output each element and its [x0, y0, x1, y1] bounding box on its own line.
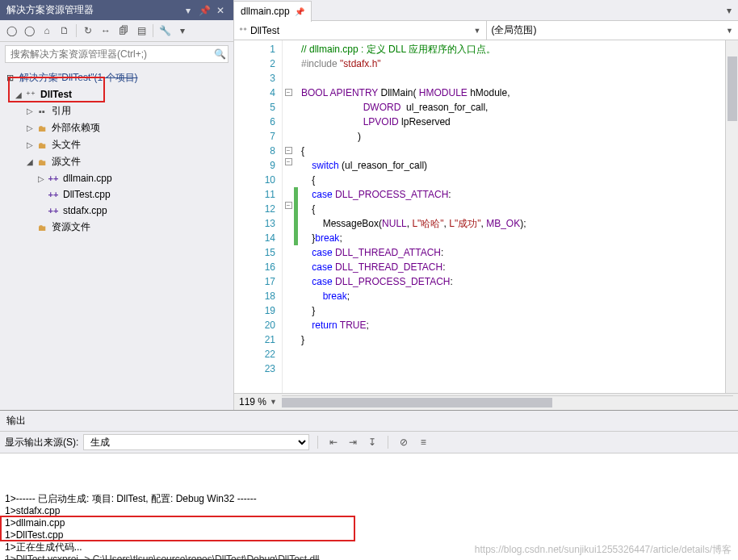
- chevron-down-icon: ▼: [726, 27, 733, 35]
- scrollbar-vertical[interactable]: [725, 40, 738, 393]
- solution-tree: ⊞ 解决方案"DllTest"(1 个项目) ◢ ⁺⁺ DllTest ▷ ▪▪…: [0, 66, 233, 410]
- more-icon[interactable]: ▾: [174, 23, 191, 39]
- source-file[interactable]: ▷ ++ DllTest.cpp: [2, 186, 232, 203]
- expander-icon[interactable]: ◢: [13, 90, 24, 99]
- pin-icon[interactable]: 📌: [198, 4, 211, 17]
- chevron-down-icon: ▼: [474, 27, 481, 35]
- output-source-label: 显示输出来源(S):: [5, 436, 78, 449]
- headers-node[interactable]: ▷ 🖿 头文件: [2, 136, 232, 153]
- pin-icon[interactable]: 📌: [295, 7, 304, 16]
- prev-icon[interactable]: ⇥: [346, 435, 360, 449]
- solution-explorer: 解决方案资源管理器 ▾ 📌 ✕ ◯ ◯ ⌂ 🗋 ↻ ↔ 🗐 ▤ 🔧 ▾ 🔍: [0, 0, 234, 410]
- editor-pane: dllmain.cpp 📌 ▾ ⁺⁺ DllTest ▼ (全局范围) ▼ 12…: [234, 0, 738, 410]
- show-all-icon[interactable]: 🗐: [115, 23, 132, 39]
- chevron-down-icon[interactable]: ▼: [270, 398, 277, 406]
- solution-node[interactable]: ⊞ 解决方案"DllTest"(1 个项目): [2, 69, 232, 86]
- search-icon[interactable]: 🔍: [212, 48, 228, 60]
- expander-icon[interactable]: ▷: [24, 107, 36, 115]
- collapse-icon[interactable]: ↔: [98, 23, 114, 39]
- resources-node[interactable]: ▷ 🖿 资源文件: [2, 219, 232, 236]
- cpp-icon: ++: [47, 188, 60, 201]
- nav-project-combo[interactable]: ⁺⁺ DllTest ▼: [234, 21, 487, 40]
- output-source-select[interactable]: 生成: [83, 434, 309, 450]
- search-box[interactable]: 🔍: [5, 45, 229, 63]
- solution-icon: ⊞: [3, 72, 16, 85]
- panel-title-bar: 解决方案资源管理器 ▾ 📌 ✕: [0, 0, 233, 20]
- references-icon: ▪▪: [36, 105, 48, 118]
- wrench-icon[interactable]: 🔧: [157, 23, 173, 39]
- refresh-icon[interactable]: ↻: [80, 23, 96, 39]
- project-node[interactable]: ◢ ⁺⁺ DllTest: [2, 86, 232, 102]
- source-file[interactable]: ▷ ++ dllmain.cpp: [2, 170, 232, 186]
- forward-icon[interactable]: ◯: [21, 23, 37, 39]
- cpp-icon: ++: [47, 172, 60, 185]
- code-editor[interactable]: 1234567891011121314151617181920212223 −−…: [234, 40, 738, 393]
- nav-scope-combo[interactable]: (全局范围) ▼: [487, 21, 739, 40]
- expander-icon[interactable]: ◢: [24, 157, 36, 166]
- cpp-icon: ++: [47, 204, 60, 217]
- back-icon[interactable]: ◯: [3, 23, 19, 39]
- output-panel: 输出 显示输出来源(S): 生成 ⇤ ⇥ ↧ ⊘ ≡ 1>------ 已启动生…: [0, 410, 738, 560]
- references-node[interactable]: ▷ ▪▪ 引用: [2, 102, 232, 119]
- folding-column: −−−−: [283, 40, 294, 393]
- properties-icon[interactable]: ▤: [133, 23, 149, 39]
- panel-menu-icon[interactable]: ▾: [182, 4, 195, 17]
- zoom-level[interactable]: 119 %: [239, 396, 266, 407]
- tab-bar: dllmain.cpp 📌 ▾: [234, 0, 738, 21]
- expander-icon[interactable]: ▷: [36, 174, 47, 183]
- watermark: https://blog.csdn.net/sunjikui1255326447…: [475, 543, 732, 557]
- next-icon[interactable]: ↧: [365, 435, 379, 449]
- goto-icon[interactable]: ⇤: [326, 435, 341, 449]
- expander-icon[interactable]: ▷: [24, 140, 36, 149]
- scrollbar-horizontal[interactable]: [282, 395, 733, 408]
- tab-overflow-icon[interactable]: ▾: [727, 5, 738, 16]
- folder-icon: 🖿: [36, 221, 48, 234]
- folder-icon: 🖿: [36, 139, 48, 152]
- code-text[interactable]: // dllmain.cpp : 定义 DLL 应用程序的入口点。#includ…: [298, 40, 738, 393]
- expander-icon[interactable]: ▷: [24, 123, 36, 132]
- home-icon[interactable]: ⌂: [39, 23, 55, 39]
- external-deps-node[interactable]: ▷ 🖿 外部依赖项: [2, 119, 232, 136]
- clear-icon[interactable]: ⊘: [396, 435, 411, 449]
- tab-dllmain[interactable]: dllmain.cpp 📌: [234, 1, 312, 22]
- sources-node[interactable]: ◢ 🖿 源文件: [2, 153, 232, 170]
- search-input[interactable]: [6, 46, 212, 62]
- output-toolbar: 显示输出来源(S): 生成 ⇤ ⇥ ↧ ⊘ ≡: [0, 432, 738, 453]
- sync-icon[interactable]: 🗋: [57, 23, 73, 39]
- navigation-bar: ⁺⁺ DllTest ▼ (全局范围) ▼: [234, 21, 738, 40]
- close-icon[interactable]: ✕: [214, 4, 227, 17]
- output-title: 输出: [0, 411, 738, 432]
- panel-title: 解决方案资源管理器: [6, 3, 94, 17]
- editor-footer: 119 % ▼: [234, 393, 738, 410]
- folder-icon: 🖿: [36, 156, 48, 169]
- wrap-icon[interactable]: ≡: [416, 435, 430, 449]
- folder-icon: 🖿: [36, 122, 48, 135]
- line-numbers: 1234567891011121314151617181920212223: [234, 40, 283, 393]
- project-icon: ⁺⁺: [24, 88, 37, 101]
- project-icon: ⁺⁺: [239, 26, 247, 35]
- source-file[interactable]: ▷ ++ stdafx.cpp: [2, 203, 232, 219]
- solution-toolbar: ◯ ◯ ⌂ 🗋 ↻ ↔ 🗐 ▤ 🔧 ▾: [0, 20, 233, 42]
